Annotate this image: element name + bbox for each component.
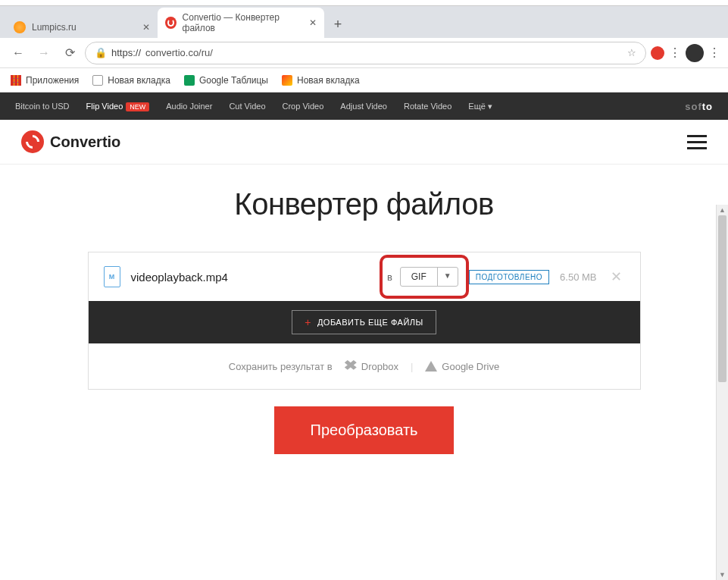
chevron-down-icon: ▼ — [437, 268, 458, 286]
bookmark-apps[interactable]: Приложения — [11, 75, 79, 86]
convert-button[interactable]: Преобразовать — [274, 406, 455, 454]
add-more-row: + ДОБАВИТЬ ЕЩЕ ФАЙЛЫ — [89, 301, 640, 343]
logo-text: Convertio — [50, 133, 120, 151]
softo-toolbar: Bitcoin to USD Flip VideoNEW Audio Joine… — [0, 92, 728, 120]
dropbox-icon — [345, 360, 357, 372]
file-type-icon: M — [104, 266, 120, 287]
extension-menu-icon[interactable]: ⋮ — [669, 45, 681, 60]
tab-bar: Lumpics.ru ✕ Convertio — Конвертер файло… — [0, 6, 728, 38]
nav-reload-button[interactable]: ⟳ — [59, 42, 80, 64]
apps-icon — [11, 75, 21, 86]
remove-file-button[interactable]: ✕ — [608, 268, 625, 285]
softo-link-rotatevideo[interactable]: Rotate Video — [404, 102, 451, 111]
bookmark-star-icon[interactable]: ☆ — [627, 47, 636, 58]
scroll-thumb[interactable] — [718, 215, 726, 382]
softo-link-adjustvideo[interactable]: Adjust Video — [340, 102, 387, 111]
scroll-down-icon[interactable]: ▼ — [717, 569, 728, 580]
softo-brand: softo — [685, 101, 713, 112]
lock-icon: 🔒 — [95, 47, 107, 58]
format-group: в GIF ▼ — [387, 267, 458, 287]
page-title: Конвертер файлов — [0, 187, 728, 221]
logo-icon — [21, 130, 44, 153]
softo-link-flipvideo[interactable]: Flip VideoNEW — [86, 102, 150, 111]
url-host: convertio.co/ru/ — [145, 47, 213, 58]
save-dropbox[interactable]: Dropbox — [345, 360, 398, 372]
file-row: M videoplayback.mp4 в GIF ▼ ПОДГОТОВЛЕНО… — [89, 252, 640, 301]
bookmark-sheets[interactable]: Google Таблицы — [184, 75, 268, 86]
file-size: 6.50 MB — [560, 271, 596, 283]
url-field[interactable]: 🔒 https://convertio.co/ru/ ☆ — [85, 42, 646, 64]
nav-forward-button[interactable]: → — [33, 42, 55, 64]
file-name: videoplayback.mp4 — [131, 271, 376, 284]
yandex-icon — [282, 75, 292, 86]
bookmark-newtab1[interactable]: Новая вкладка — [92, 75, 170, 86]
bookmarks-bar: Приложения Новая вкладка Google Таблицы … — [0, 68, 728, 92]
address-bar: ← → ⟳ 🔒 https://convertio.co/ru/ ☆ ⋮ ⋮ — [0, 38, 728, 68]
format-value: GIF — [401, 268, 437, 286]
browser-menu-icon[interactable]: ⋮ — [708, 45, 720, 60]
new-tab-button[interactable]: + — [327, 14, 348, 35]
tab-close-button[interactable]: ✕ — [142, 22, 150, 33]
softo-link-cutvideo[interactable]: Cut Video — [229, 102, 265, 111]
add-more-label: ДОБАВИТЬ ЕЩЕ ФАЙЛЫ — [317, 318, 423, 327]
extension-opera-icon[interactable] — [651, 46, 664, 60]
save-label: Сохранить результат в — [229, 361, 333, 372]
scroll-up-icon[interactable]: ▲ — [717, 205, 728, 215]
softo-link-bitcoin[interactable]: Bitcoin to USD — [15, 102, 70, 111]
file-card: M videoplayback.mp4 в GIF ▼ ПОДГОТОВЛЕНО… — [88, 252, 641, 390]
gdrive-icon — [425, 361, 437, 372]
softo-link-more[interactable]: Ещё ▾ — [468, 102, 492, 111]
site-header: Convertio — [0, 120, 728, 165]
window-titlebar: — □ ✕ — [0, 0, 728, 6]
to-label: в — [387, 271, 392, 283]
tab-convertio[interactable]: Convertio — Конвертер файлов ✕ — [158, 8, 324, 38]
tab-title: Convertio — Конвертер файлов — [183, 12, 303, 33]
profile-avatar[interactable] — [686, 44, 704, 62]
hamburger-menu-icon[interactable] — [687, 131, 707, 153]
tab-lumpics[interactable]: Lumpics.ru ✕ — [6, 17, 158, 38]
save-destination-row: Сохранить результат в Dropbox | Google D… — [89, 343, 640, 389]
logo[interactable]: Convertio — [21, 130, 120, 153]
softo-link-audiojoiner[interactable]: Audio Joiner — [166, 102, 212, 111]
scrollbar[interactable]: ▲ ▼ — [716, 205, 728, 580]
plus-icon: + — [305, 316, 311, 328]
main-content: Конвертер файлов M videoplayback.mp4 в G… — [0, 165, 728, 484]
tab-close-button[interactable]: ✕ — [309, 17, 317, 28]
divider: | — [411, 361, 413, 372]
softo-link-cropvideo[interactable]: Crop Video — [283, 102, 324, 111]
add-more-files-button[interactable]: + ДОБАВИТЬ ЕЩЕ ФАЙЛЫ — [292, 310, 436, 334]
status-badge: ПОДГОТОВЛЕНО — [469, 270, 549, 284]
page-icon — [92, 75, 103, 86]
bookmark-newtab2[interactable]: Новая вкладка — [282, 75, 360, 86]
sheets-icon — [184, 75, 195, 86]
save-gdrive[interactable]: Google Drive — [425, 361, 499, 372]
format-select[interactable]: GIF ▼ — [400, 267, 458, 287]
favicon-convertio-icon — [165, 17, 177, 29]
nav-back-button[interactable]: ← — [8, 42, 29, 64]
tab-title: Lumpics.ru — [32, 22, 77, 33]
url-scheme: https:// — [111, 47, 141, 58]
new-badge: NEW — [126, 102, 149, 111]
favicon-lumpics-icon — [14, 21, 26, 33]
